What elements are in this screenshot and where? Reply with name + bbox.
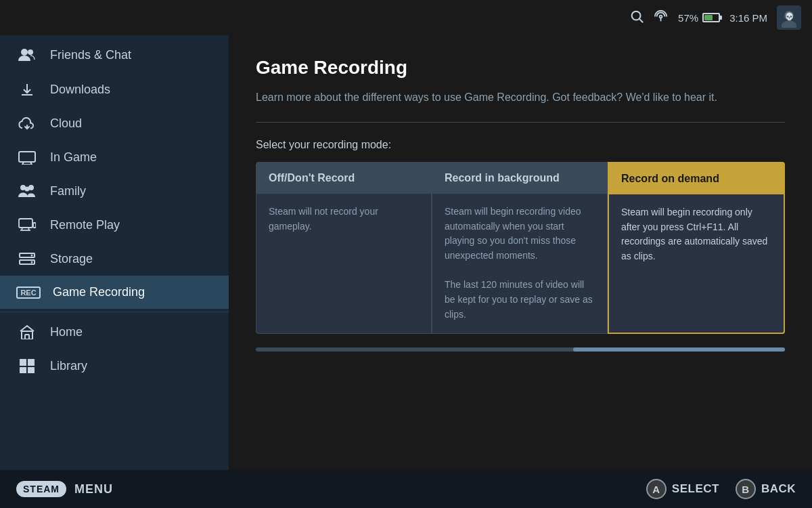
svg-rect-22 [33,223,36,228]
sidebar-item-label: Home [50,325,83,339]
menu-label[interactable]: MENU [74,482,113,496]
sidebar-item-library[interactable]: Library [0,349,229,383]
select-label: SELECT [672,482,719,496]
svg-point-8 [21,49,28,56]
battery-info: 57% [678,12,720,24]
avatar[interactable]: 💀 [777,5,801,30]
svg-rect-18 [19,219,32,228]
scroll-indicator [256,347,785,352]
sidebar-item-label: Storage [50,252,93,266]
remote-play-icon [16,217,38,232]
broadcast-icon[interactable] [654,9,669,27]
steam-badge[interactable]: STEAM [16,481,66,497]
sidebar-item-label: In Game [50,150,97,165]
game-recording-icon: REC [16,287,41,299]
back-button[interactable]: B BACK [736,479,796,499]
home-icon [16,324,38,339]
svg-rect-29 [25,335,29,339]
card-demand-header: Record on demand [609,163,784,194]
back-label: BACK [761,482,796,496]
svg-rect-33 [28,367,35,373]
svg-point-17 [25,187,30,192]
sidebar-item-storage[interactable]: Storage [0,242,229,276]
sidebar: Friends & Chat Downloads Cloud [0,35,229,470]
sidebar-item-game-recording[interactable]: REC Game Recording [0,276,229,309]
sidebar-item-label: Downloads [50,83,110,97]
page-title: Game Recording [256,57,785,79]
sidebar-item-remote-play[interactable]: Remote Play [0,208,229,242]
sidebar-item-family[interactable]: Family [0,174,229,208]
card-demand[interactable]: Record on demand Steam will begin record… [608,162,785,334]
sidebar-item-home[interactable]: Home [0,315,229,349]
main-layout: Friends & Chat Downloads Cloud [0,35,812,470]
card-background-header: Record in background [432,163,607,194]
sidebar-item-label: Remote Play [50,218,120,232]
svg-point-27 [31,261,33,263]
card-off-body: Steam will not record your gameplay. [256,194,431,333]
card-off-header: Off/Don't Record [256,163,431,194]
a-button-circle: A [646,479,667,499]
page-description: Learn more about the different ways to u… [256,89,770,106]
svg-point-0 [632,11,641,20]
svg-point-26 [31,255,33,257]
search-icon[interactable] [629,9,644,27]
bottom-bar: STEAM MENU A SELECT B BACK [0,470,812,508]
svg-rect-11 [19,152,35,162]
sidebar-divider [0,312,229,312]
storage-icon [16,251,38,266]
svg-rect-31 [28,359,35,366]
section-divider [256,122,785,123]
sidebar-item-friends-chat[interactable]: Friends & Chat [0,38,229,72]
library-icon [16,358,38,373]
friends-icon [16,47,38,62]
sidebar-item-in-game[interactable]: In Game [0,140,229,174]
recording-mode-label: Select your recording mode: [256,139,785,151]
recording-mode-cards: Off/Don't Record Steam will not record y… [256,162,785,334]
sidebar-item-label: Friends & Chat [50,48,131,62]
content-area: Game Recording Learn more about the diff… [229,35,812,470]
battery-percent: 57% [678,12,698,24]
clock: 3:16 PM [729,12,767,24]
top-bar: 57% 3:16 PM 💀 [0,0,812,35]
card-demand-body: Steam will begin recording only after yo… [609,194,784,333]
svg-rect-30 [20,359,26,366]
svg-point-2 [660,15,662,18]
sidebar-item-cloud[interactable]: Cloud [0,107,229,140]
steam-menu[interactable]: STEAM MENU [16,481,113,497]
top-bar-icons: 57% 3:16 PM 💀 [629,5,801,30]
sidebar-item-label: Game Recording [53,285,145,299]
in-game-icon [16,150,38,165]
controller-buttons: A SELECT B BACK [646,479,796,499]
svg-line-1 [639,19,643,22]
sidebar-item-label: Family [50,184,86,198]
sidebar-item-downloads[interactable]: Downloads [0,72,229,107]
cloud-icon [16,117,38,131]
sidebar-item-label: Cloud [50,117,82,131]
downloads-icon [16,81,38,98]
card-background-body: Steam will begin recording video automat… [432,194,607,333]
b-button-circle: B [736,479,756,499]
svg-text:💀: 💀 [785,12,794,21]
card-background[interactable]: Record in background Steam will begin re… [432,162,608,334]
card-off[interactable]: Off/Don't Record Steam will not record y… [256,162,432,334]
battery-icon [702,13,720,22]
family-icon [16,184,38,198]
select-button[interactable]: A SELECT [646,479,719,499]
svg-point-9 [28,49,33,55]
svg-rect-32 [20,367,26,373]
sidebar-item-label: Library [50,359,87,373]
scroll-thumb [573,347,785,352]
